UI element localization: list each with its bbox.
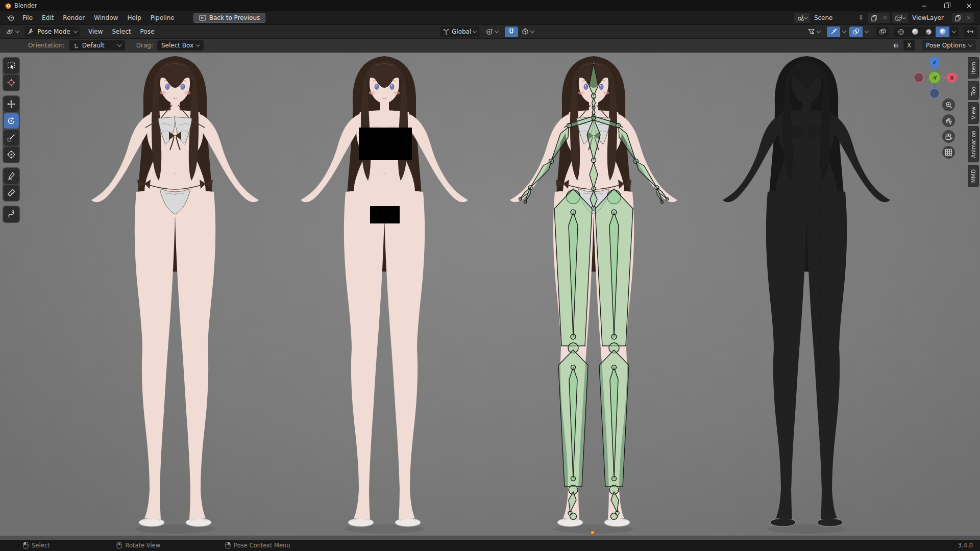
model-armature[interactable] [510,56,677,527]
object-visibility-dropdown[interactable] [805,27,823,37]
mirror-x-toggle[interactable]: X [903,40,915,51]
rotate-icon [7,116,16,126]
model-censored[interactable] [301,56,468,527]
menu-render[interactable]: Render [58,12,89,23]
tab-view[interactable]: View [968,102,979,124]
magnet-icon [508,28,515,35]
arrows-horizontal-icon [967,28,974,35]
menu-select[interactable]: Select [107,27,135,37]
transform-icon [7,150,16,159]
expand-header-button[interactable] [964,27,977,37]
chevron-down-icon [968,42,972,46]
tool-scale[interactable] [4,130,19,145]
menu-file[interactable]: File [18,12,37,23]
drag-label: Drag: [136,42,153,49]
viewlayer-name-field[interactable]: ViewLayer [908,13,952,23]
shading-wireframe-button[interactable] [894,27,908,37]
minimize-button[interactable] [913,0,935,11]
shading-solid-icon [912,29,918,35]
blender-logo-icon [4,2,11,9]
pivot-point-dropdown[interactable] [483,27,501,37]
grid-toggle-button[interactable] [942,146,955,159]
tool-move[interactable] [4,96,19,112]
maximize-button[interactable] [935,0,958,11]
snap-settings-dropdown[interactable] [519,27,536,37]
viewport-nav-buttons [942,98,955,159]
tool-transform[interactable] [4,147,19,162]
tab-item[interactable]: Item [968,57,979,79]
shading-solid-button[interactable] [908,27,922,37]
transform-orientation-dropdown[interactable]: Global [440,27,479,37]
tab-animation[interactable]: Animation [968,126,979,163]
viewlayer-remove-button[interactable]: ✕ [964,13,974,23]
censor-bar-bottom [370,206,400,223]
tab-tool[interactable]: Tool [968,81,979,100]
model-wireframe[interactable] [715,55,898,540]
tab-mmd[interactable]: MMD [968,165,979,187]
select-box-icon [7,61,16,70]
tool-measure[interactable] [4,185,19,201]
camera-view-button[interactable] [942,130,955,143]
model-bikini[interactable] [91,56,259,527]
tool-hook[interactable] [4,207,19,222]
orientation-default-icon [73,42,79,49]
show-gizmo-toggle[interactable] [827,27,840,37]
drag-mode-dropdown[interactable]: Select Box [157,40,204,51]
shading-settings-dropdown[interactable] [949,27,959,37]
shading-rendered-button[interactable] [936,27,949,37]
viewport-canvas[interactable]: Z X -Y [0,53,980,540]
tool-rotate[interactable] [4,113,19,129]
overlays-settings-dropdown[interactable] [863,27,871,37]
scene-new-button[interactable] [868,13,880,23]
snap-toggle[interactable] [505,27,518,37]
gizmo-axis-minus-z[interactable] [930,89,940,98]
close-button[interactable] [958,0,980,11]
viewlayer-icon [895,14,902,21]
menu-view[interactable]: View [84,27,107,37]
orientation-label: Orientation: [28,42,65,49]
viewlayer-browse-button[interactable] [892,13,908,23]
chevron-down-icon [74,29,78,33]
zoom-icon [945,101,953,109]
duplicate-icon [954,15,961,21]
chevron-down-icon [902,15,906,19]
scene-unlink-button[interactable]: ✕ [880,13,890,23]
mirror-butterfly-icon[interactable] [892,42,900,49]
menu-pose[interactable]: Pose [136,27,159,37]
hand-icon [945,117,953,125]
menu-window[interactable]: Window [89,12,122,23]
shading-material-button[interactable] [922,27,936,37]
tool-orientation-dropdown[interactable]: Default [69,40,125,51]
scene-selector: Scene ✕ [794,13,890,23]
editor-type-button[interactable] [3,27,21,37]
scene-browse-button[interactable] [794,13,810,23]
tool-select-box[interactable] [4,58,19,73]
menu-pipeline[interactable]: Pipeline [146,12,179,23]
3d-cursor-icon [7,78,16,87]
xray-toggle[interactable] [876,27,889,37]
armature-overlay[interactable] [519,62,669,520]
tool-annotate[interactable] [4,168,19,184]
mode-dropdown[interactable]: Pose Mode [24,27,80,37]
zoom-button[interactable] [942,98,955,111]
gizmo-settings-dropdown[interactable] [840,27,848,37]
scene-name-field[interactable]: Scene [810,13,854,23]
origin-point[interactable] [591,531,595,535]
pan-button[interactable] [942,114,955,127]
menu-edit[interactable]: Edit [37,12,58,23]
blender-app-icon[interactable] [6,15,15,21]
menu-help[interactable]: Help [122,12,145,23]
pose-options-dropdown[interactable]: Pose Options [922,40,976,51]
viewport-bottom-strip [0,535,980,540]
viewlayer-new-button[interactable] [952,13,964,23]
transform-snap-cluster: Global [440,27,536,37]
back-to-previous-button[interactable]: Back to Previous [193,13,266,23]
navigation-gizmo[interactable]: Z X -Y [912,54,958,99]
status-hint-context-menu: Pose Context Menu [225,542,290,549]
left-mouse-icon [23,542,29,549]
show-overlays-toggle[interactable] [849,27,863,37]
chevron-down-icon [842,29,846,33]
gizmo-axis-minus-x[interactable] [914,73,924,83]
scene-pin-button[interactable] [854,13,868,23]
tool-cursor[interactable] [4,75,19,90]
